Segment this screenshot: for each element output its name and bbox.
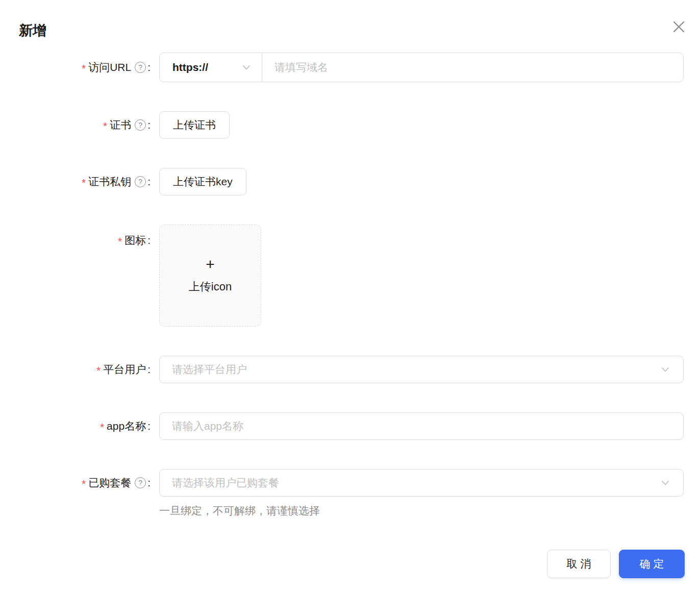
required-asterisk: * (82, 62, 86, 75)
close-icon (672, 20, 686, 34)
help-icon[interactable]: ? (135, 62, 146, 73)
url-input-group: https:// (159, 53, 684, 82)
label-colon: : (147, 477, 151, 489)
platform-user-select-placeholder: 请选择平台用户 (172, 362, 660, 377)
package-label: * 已购套餐 ? : (0, 476, 151, 490)
help-icon[interactable]: ? (135, 119, 146, 131)
form-row-app-name: * app名称 : (0, 412, 700, 440)
chevron-down-icon (241, 62, 252, 72)
close-button[interactable] (669, 17, 688, 36)
form-row-package: * 已购套餐 ? : 请选择该用户已购套餐 (0, 469, 700, 497)
domain-input[interactable] (262, 53, 683, 82)
label-colon: : (147, 363, 151, 376)
package-label-text: 已购套餐 (88, 476, 131, 490)
label-colon: : (147, 176, 151, 188)
cert-label-text: 证书 (110, 118, 131, 132)
dialog-title: 新增 (19, 21, 46, 40)
package-select-placeholder: 请选择该用户已购套餐 (172, 476, 660, 490)
add-form: * 访问URL ? : https:// * (0, 53, 700, 518)
icon-label-text: 图标 (124, 233, 146, 248)
platform-user-select[interactable]: 请选择平台用户 (159, 356, 684, 383)
cert-key-label-text: 证书私钥 (88, 175, 131, 189)
platform-user-label: * 平台用户 : (0, 362, 151, 377)
icon-upload-label: 上传icon (189, 279, 232, 294)
cancel-button[interactable]: 取 消 (547, 550, 611, 578)
app-name-label: * app名称 : (0, 419, 151, 433)
dialog-footer: 取 消 确 定 (0, 550, 700, 578)
cert-label: * 证书 ? : (0, 118, 151, 132)
package-warning-note: 一旦绑定，不可解绑，请谨慎选择 (159, 504, 700, 518)
upload-cert-button[interactable]: 上传证书 (159, 111, 230, 139)
url-label-text: 访问URL (88, 60, 131, 75)
icon-upload-area[interactable]: + 上传icon (159, 225, 261, 327)
required-asterisk: * (118, 235, 122, 248)
required-asterisk: * (82, 177, 86, 189)
form-row-icon: * 图标 : + 上传icon (0, 225, 700, 327)
protocol-select[interactable]: https:// (160, 53, 262, 82)
confirm-button[interactable]: 确 定 (619, 550, 685, 578)
required-asterisk: * (96, 364, 101, 377)
cert-key-label: * 证书私钥 ? : (0, 175, 151, 189)
plus-icon: + (206, 257, 215, 272)
form-row-platform-user: * 平台用户 : 请选择平台用户 (0, 356, 700, 383)
label-colon: : (147, 119, 151, 131)
platform-user-label-text: 平台用户 (103, 362, 146, 377)
app-name-input[interactable] (159, 412, 684, 440)
icon-label: * 图标 : (0, 225, 151, 248)
app-name-label-text: app名称 (107, 419, 146, 433)
chevron-down-icon (660, 364, 671, 375)
form-row-url: * 访问URL ? : https:// (0, 53, 700, 82)
chevron-down-icon (660, 477, 671, 488)
url-label: * 访问URL ? : (0, 60, 151, 75)
required-asterisk: * (103, 120, 107, 132)
form-row-cert: * 证书 ? : 上传证书 (0, 111, 700, 139)
label-colon: : (147, 61, 151, 73)
form-row-cert-key: * 证书私钥 ? : 上传证书key (0, 168, 700, 195)
package-select[interactable]: 请选择该用户已购套餐 (159, 469, 684, 497)
protocol-select-value: https:// (172, 61, 241, 73)
required-asterisk: * (82, 478, 86, 490)
help-icon[interactable]: ? (135, 477, 146, 488)
label-colon: : (147, 420, 151, 432)
upload-cert-key-button[interactable]: 上传证书key (159, 168, 246, 195)
help-icon[interactable]: ? (135, 176, 146, 187)
label-colon: : (147, 234, 151, 246)
required-asterisk: * (100, 421, 104, 433)
